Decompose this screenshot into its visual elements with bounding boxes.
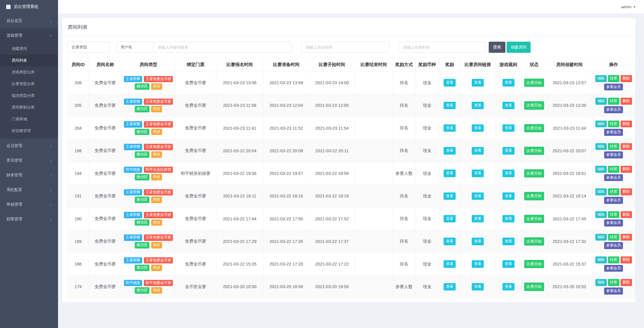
view-room-link-button[interactable]: 查看 [472, 124, 484, 132]
edit-button[interactable]: 编辑 [595, 279, 607, 286]
sidebar-item-7[interactable]: 权限管理› [0, 212, 58, 226]
submenu-item-比赛类型分类[interactable]: 比赛类型分类 [0, 78, 58, 90]
match-start-status-button[interactable]: 比赛开始 [524, 192, 544, 200]
sidebar-item-0[interactable]: 后台首页› [0, 13, 58, 28]
view-room-link-button[interactable]: 查看 [472, 260, 484, 268]
members-button[interactable]: 参赛会员 [604, 151, 623, 158]
members-button[interactable]: 参赛会员 [604, 197, 623, 204]
settle-button[interactable]: 结算 [608, 98, 619, 105]
create-room-button[interactable]: 创建房间 [507, 42, 531, 53]
keyword-input[interactable] [154, 42, 292, 53]
view-room-link-button[interactable]: 查看 [472, 238, 484, 245]
sidebar-item-6[interactable]: 审核管理› [0, 197, 58, 212]
edit-button[interactable]: 编辑 [595, 75, 607, 82]
view-room-link-button[interactable]: 查看 [472, 79, 484, 87]
submenu-item-房间赛制分类[interactable]: 房间赛制分类 [0, 102, 58, 113]
view-reward-button[interactable]: 查看 [444, 170, 456, 177]
match-start-status-button[interactable]: 比赛开始 [524, 101, 544, 109]
delete-button[interactable]: 删除 [621, 75, 632, 82]
members-button[interactable]: 参赛会员 [604, 129, 623, 136]
edit-button[interactable]: 编辑 [595, 188, 607, 195]
delete-button[interactable]: 删除 [621, 98, 632, 105]
members-button[interactable]: 参赛会员 [604, 174, 623, 181]
match-type-select[interactable]: 比赛类型 [67, 42, 110, 53]
sidebar-item-2[interactable]: 会员管理› [0, 138, 58, 153]
view-game-rule-button[interactable]: 查看 [502, 238, 514, 245]
submenu-item-房间列表[interactable]: 房间列表 [0, 55, 58, 66]
view-game-rule-button[interactable]: 查看 [502, 102, 514, 109]
members-button[interactable]: 参赛会员 [604, 265, 623, 272]
start-time-input[interactable] [301, 42, 389, 53]
view-game-rule-button[interactable]: 查看 [502, 192, 514, 200]
delete-button[interactable]: 删除 [621, 256, 632, 263]
sidebar-item-4[interactable]: 财务管理› [0, 168, 58, 182]
view-game-rule-button[interactable]: 查看 [502, 215, 514, 223]
submenu-item-端游类型分类[interactable]: 端游类型分类 [0, 90, 58, 102]
edit-button[interactable]: 编辑 [595, 98, 607, 105]
match-start-status-button[interactable]: 比赛开始 [524, 215, 544, 223]
settle-button[interactable]: 结算 [608, 211, 619, 218]
view-reward-button[interactable]: 查看 [444, 79, 456, 87]
settle-button[interactable]: 结算 [608, 143, 619, 150]
sidebar-item-3[interactable]: 资讯管理› [0, 153, 58, 168]
submenu-item-游戏类型分类[interactable]: 游戏类型分类 [0, 66, 58, 78]
view-reward-button[interactable]: 查看 [444, 124, 456, 132]
view-game-rule-button[interactable]: 查看 [502, 170, 514, 177]
edit-button[interactable]: 编辑 [595, 211, 607, 218]
end-time-input[interactable] [399, 42, 486, 53]
members-button[interactable]: 参赛会员 [604, 242, 623, 249]
settle-button[interactable]: 结算 [608, 279, 619, 286]
view-room-link-button[interactable]: 查看 [472, 147, 484, 155]
settle-button[interactable]: 结算 [608, 256, 619, 263]
user-menu[interactable]: admin ▾ [621, 5, 635, 9]
sidebar-item-1[interactable]: 游戏管理› [0, 28, 58, 43]
view-reward-button[interactable]: 查看 [444, 102, 456, 109]
view-reward-button[interactable]: 查看 [444, 147, 456, 155]
match-start-status-button[interactable]: 比赛开始 [524, 283, 544, 291]
view-room-link-button[interactable]: 查看 [472, 283, 484, 291]
submenu-item-折扣卷管理[interactable]: 折扣卷管理 [0, 125, 58, 137]
sidebar-item-5[interactable]: 系统配置› [0, 182, 58, 197]
submenu-item-门票商城[interactable]: 门票商城 [0, 113, 58, 125]
view-game-rule-button[interactable]: 查看 [502, 124, 514, 132]
settle-button[interactable]: 结算 [608, 121, 619, 128]
view-reward-button[interactable]: 查看 [444, 215, 456, 223]
view-reward-button[interactable]: 查看 [444, 192, 456, 200]
view-reward-button[interactable]: 查看 [444, 238, 456, 245]
view-room-link-button[interactable]: 查看 [472, 192, 484, 200]
view-room-link-button[interactable]: 查看 [472, 102, 484, 109]
view-room-link-button[interactable]: 查看 [472, 170, 484, 177]
match-start-status-button[interactable]: 比赛开始 [524, 169, 544, 177]
members-button[interactable]: 参赛会员 [604, 84, 623, 91]
match-start-status-button[interactable]: 比赛开始 [524, 79, 544, 87]
match-start-status-button[interactable]: 比赛开始 [524, 237, 544, 246]
view-room-link-button[interactable]: 查看 [472, 215, 484, 223]
edit-button[interactable]: 编辑 [595, 166, 607, 173]
edit-button[interactable]: 编辑 [595, 256, 607, 263]
settle-button[interactable]: 结算 [608, 166, 619, 173]
view-reward-button[interactable]: 查看 [444, 260, 456, 268]
delete-button[interactable]: 删除 [621, 279, 632, 286]
view-game-rule-button[interactable]: 查看 [502, 283, 514, 291]
search-button[interactable]: 搜索 [489, 42, 505, 53]
match-start-status-button[interactable]: 比赛开始 [524, 147, 544, 155]
members-button[interactable]: 参赛会员 [604, 288, 623, 295]
delete-button[interactable]: 删除 [621, 143, 632, 150]
settle-button[interactable]: 结算 [608, 234, 619, 241]
view-game-rule-button[interactable]: 查看 [502, 147, 514, 155]
submenu-item-创建房间[interactable]: 创建房间 [0, 43, 58, 55]
view-game-rule-button[interactable]: 查看 [502, 79, 514, 87]
edit-button[interactable]: 编辑 [595, 121, 607, 128]
members-button[interactable]: 参赛会员 [604, 219, 623, 226]
match-start-status-button[interactable]: 比赛开始 [524, 124, 544, 132]
view-game-rule-button[interactable]: 查看 [502, 260, 514, 268]
members-button[interactable]: 参赛会员 [604, 106, 623, 113]
username-select[interactable]: 用户名 [116, 42, 154, 53]
settle-button[interactable]: 结算 [608, 75, 619, 82]
view-reward-button[interactable]: 查看 [444, 283, 456, 291]
delete-button[interactable]: 删除 [621, 211, 632, 218]
delete-button[interactable]: 删除 [621, 121, 632, 128]
edit-button[interactable]: 编辑 [595, 234, 607, 241]
delete-button[interactable]: 删除 [621, 166, 632, 173]
edit-button[interactable]: 编辑 [595, 143, 607, 150]
